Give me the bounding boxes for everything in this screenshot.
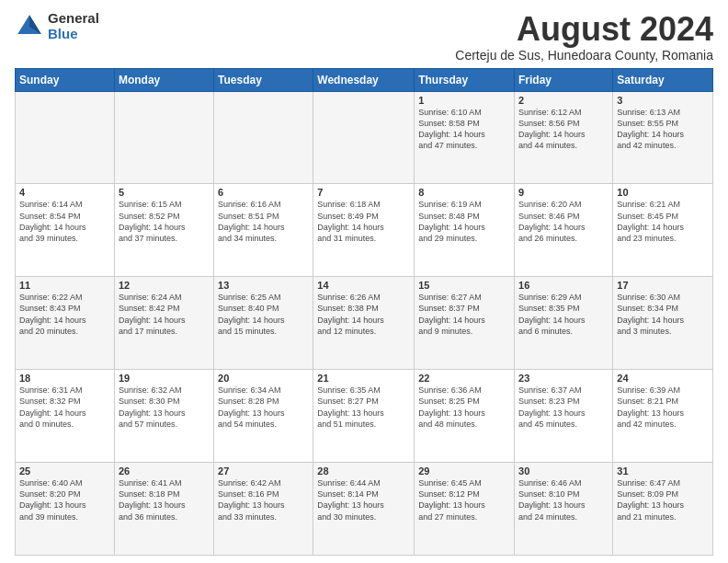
- logo: General Blue: [15, 11, 99, 41]
- day-number: 31: [617, 465, 709, 477]
- day-info: Sunrise: 6:35 AM Sunset: 8:27 PM Dayligh…: [317, 385, 410, 430]
- title-block: August 2024 Certeju de Sus, Hunedoara Co…: [455, 11, 713, 63]
- day-number: 21: [317, 373, 410, 384]
- logo-icon: [15, 12, 44, 41]
- day-number: 10: [617, 187, 709, 198]
- day-info: Sunrise: 6:30 AM Sunset: 8:34 PM Dayligh…: [617, 292, 709, 337]
- day-number: 27: [218, 465, 309, 477]
- day-cell: 16Sunrise: 6:29 AM Sunset: 8:35 PM Dayli…: [515, 277, 613, 370]
- day-cell: 25Sunrise: 6:40 AM Sunset: 8:20 PM Dayli…: [16, 463, 115, 556]
- day-info: Sunrise: 6:21 AM Sunset: 8:45 PM Dayligh…: [617, 199, 709, 244]
- day-number: 29: [418, 465, 510, 477]
- day-info: Sunrise: 6:15 AM Sunset: 8:52 PM Dayligh…: [119, 199, 210, 244]
- day-info: Sunrise: 6:47 AM Sunset: 8:09 PM Dayligh…: [617, 477, 709, 523]
- day-number: 8: [418, 187, 510, 198]
- day-header-wednesday: Wednesday: [313, 68, 415, 91]
- day-info: Sunrise: 6:18 AM Sunset: 8:49 PM Dayligh…: [317, 199, 410, 244]
- day-info: Sunrise: 6:42 AM Sunset: 8:16 PM Dayligh…: [218, 477, 309, 523]
- day-info: Sunrise: 6:16 AM Sunset: 8:51 PM Dayligh…: [218, 199, 309, 244]
- day-number: 7: [317, 187, 410, 198]
- logo-blue: Blue: [48, 27, 99, 42]
- day-cell: 7Sunrise: 6:18 AM Sunset: 8:49 PM Daylig…: [313, 184, 415, 277]
- day-info: Sunrise: 6:24 AM Sunset: 8:42 PM Dayligh…: [119, 292, 210, 337]
- day-cell: 9Sunrise: 6:20 AM Sunset: 8:46 PM Daylig…: [515, 184, 613, 277]
- logo-text: General Blue: [48, 11, 99, 41]
- day-number: 11: [19, 280, 110, 291]
- header: General Blue August 2024 Certeju de Sus,…: [15, 11, 713, 63]
- day-info: Sunrise: 6:27 AM Sunset: 8:37 PM Dayligh…: [418, 292, 510, 337]
- day-info: Sunrise: 6:34 AM Sunset: 8:28 PM Dayligh…: [218, 385, 309, 430]
- day-number: 12: [119, 280, 210, 291]
- week-row-1: 4Sunrise: 6:14 AM Sunset: 8:54 PM Daylig…: [16, 184, 713, 277]
- day-number: 17: [617, 280, 709, 291]
- day-info: Sunrise: 6:32 AM Sunset: 8:30 PM Dayligh…: [119, 385, 210, 430]
- day-cell: 18Sunrise: 6:31 AM Sunset: 8:32 PM Dayli…: [16, 370, 115, 463]
- day-number: 20: [218, 373, 309, 384]
- day-number: 14: [317, 280, 410, 291]
- day-cell: 11Sunrise: 6:22 AM Sunset: 8:43 PM Dayli…: [16, 277, 115, 370]
- day-number: 28: [317, 465, 410, 477]
- day-info: Sunrise: 6:40 AM Sunset: 8:20 PM Dayligh…: [19, 477, 110, 523]
- day-info: Sunrise: 6:31 AM Sunset: 8:32 PM Dayligh…: [19, 385, 110, 430]
- day-info: Sunrise: 6:26 AM Sunset: 8:38 PM Dayligh…: [317, 292, 410, 337]
- day-number: 5: [119, 187, 210, 198]
- day-number: 15: [418, 280, 510, 291]
- day-number: 3: [617, 95, 709, 106]
- day-number: 30: [518, 465, 609, 477]
- day-number: 24: [617, 373, 709, 384]
- day-info: Sunrise: 6:46 AM Sunset: 8:10 PM Dayligh…: [518, 477, 609, 523]
- day-number: 23: [518, 373, 609, 384]
- day-cell: 6Sunrise: 6:16 AM Sunset: 8:51 PM Daylig…: [214, 184, 313, 277]
- day-cell: 1Sunrise: 6:10 AM Sunset: 8:58 PM Daylig…: [415, 91, 515, 184]
- day-info: Sunrise: 6:39 AM Sunset: 8:21 PM Dayligh…: [617, 385, 709, 430]
- day-info: Sunrise: 6:20 AM Sunset: 8:46 PM Dayligh…: [518, 199, 609, 244]
- day-cell: 4Sunrise: 6:14 AM Sunset: 8:54 PM Daylig…: [16, 184, 115, 277]
- day-number: 9: [518, 187, 609, 198]
- day-cell: 24Sunrise: 6:39 AM Sunset: 8:21 PM Dayli…: [613, 370, 713, 463]
- day-number: 2: [518, 95, 609, 106]
- day-info: Sunrise: 6:13 AM Sunset: 8:55 PM Dayligh…: [617, 107, 709, 152]
- day-cell: 14Sunrise: 6:26 AM Sunset: 8:38 PM Dayli…: [313, 277, 415, 370]
- day-cell: 27Sunrise: 6:42 AM Sunset: 8:16 PM Dayli…: [214, 463, 313, 556]
- day-info: Sunrise: 6:25 AM Sunset: 8:40 PM Dayligh…: [218, 292, 309, 337]
- day-header-tuesday: Tuesday: [214, 68, 313, 91]
- day-info: Sunrise: 6:12 AM Sunset: 8:56 PM Dayligh…: [518, 107, 609, 152]
- day-number: 22: [418, 373, 510, 384]
- day-number: 19: [119, 373, 210, 384]
- day-info: Sunrise: 6:10 AM Sunset: 8:58 PM Dayligh…: [418, 107, 510, 152]
- day-cell: [214, 91, 313, 184]
- day-number: 18: [19, 373, 110, 384]
- day-cell: 2Sunrise: 6:12 AM Sunset: 8:56 PM Daylig…: [515, 91, 613, 184]
- subtitle: Certeju de Sus, Hunedoara County, Romani…: [455, 48, 713, 63]
- day-cell: 21Sunrise: 6:35 AM Sunset: 8:27 PM Dayli…: [313, 370, 415, 463]
- day-info: Sunrise: 6:36 AM Sunset: 8:25 PM Dayligh…: [418, 385, 510, 430]
- day-cell: 26Sunrise: 6:41 AM Sunset: 8:18 PM Dayli…: [114, 463, 213, 556]
- day-cell: 8Sunrise: 6:19 AM Sunset: 8:48 PM Daylig…: [415, 184, 515, 277]
- day-cell: 5Sunrise: 6:15 AM Sunset: 8:52 PM Daylig…: [114, 184, 213, 277]
- page: General Blue August 2024 Certeju de Sus,…: [0, 0, 728, 563]
- day-header-monday: Monday: [114, 68, 213, 91]
- day-cell: 19Sunrise: 6:32 AM Sunset: 8:30 PM Dayli…: [114, 370, 213, 463]
- day-info: Sunrise: 6:14 AM Sunset: 8:54 PM Dayligh…: [19, 199, 110, 244]
- day-number: 26: [119, 465, 210, 477]
- week-row-0: 1Sunrise: 6:10 AM Sunset: 8:58 PM Daylig…: [16, 91, 713, 184]
- day-number: 25: [19, 465, 110, 477]
- main-title: August 2024: [455, 11, 713, 48]
- day-number: 16: [518, 280, 609, 291]
- day-cell: 20Sunrise: 6:34 AM Sunset: 8:28 PM Dayli…: [214, 370, 313, 463]
- day-cell: 13Sunrise: 6:25 AM Sunset: 8:40 PM Dayli…: [214, 277, 313, 370]
- day-cell: 23Sunrise: 6:37 AM Sunset: 8:23 PM Dayli…: [515, 370, 613, 463]
- day-cell: 12Sunrise: 6:24 AM Sunset: 8:42 PM Dayli…: [114, 277, 213, 370]
- day-header-friday: Friday: [515, 68, 613, 91]
- day-cell: [313, 91, 415, 184]
- day-cell: 28Sunrise: 6:44 AM Sunset: 8:14 PM Dayli…: [313, 463, 415, 556]
- day-info: Sunrise: 6:45 AM Sunset: 8:12 PM Dayligh…: [418, 477, 510, 523]
- day-header-sunday: Sunday: [16, 68, 115, 91]
- day-cell: 30Sunrise: 6:46 AM Sunset: 8:10 PM Dayli…: [515, 463, 613, 556]
- logo-general: General: [48, 11, 99, 27]
- day-cell: 17Sunrise: 6:30 AM Sunset: 8:34 PM Dayli…: [613, 277, 713, 370]
- day-cell: 15Sunrise: 6:27 AM Sunset: 8:37 PM Dayli…: [415, 277, 515, 370]
- day-number: 13: [218, 280, 309, 291]
- header-row: SundayMondayTuesdayWednesdayThursdayFrid…: [16, 68, 713, 91]
- day-info: Sunrise: 6:19 AM Sunset: 8:48 PM Dayligh…: [418, 199, 510, 244]
